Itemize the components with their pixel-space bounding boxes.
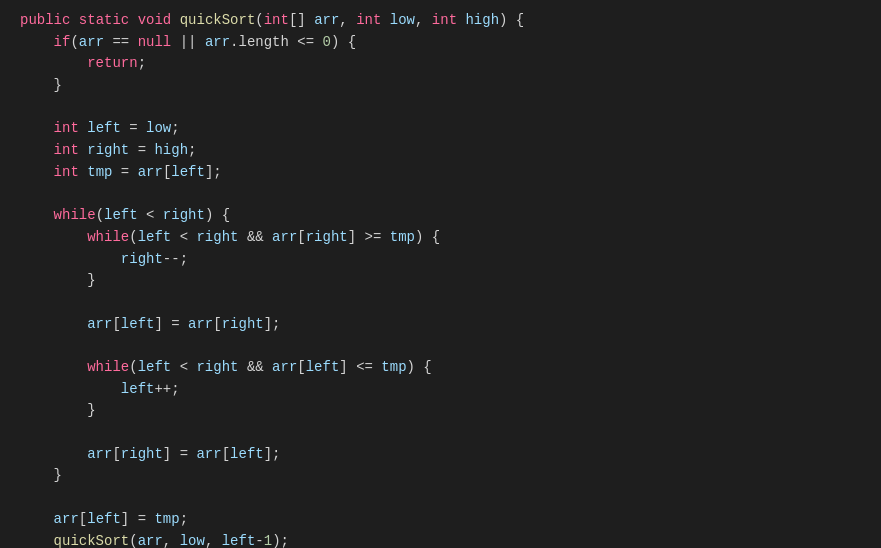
code-editor: public static void quickSort(int[] arr, … [0,0,881,548]
code-line-22: } [20,465,861,487]
code-line-15: arr[left] = arr[right]; [20,314,861,336]
code-line-24: arr[left] = tmp; [20,509,861,531]
code-line-10: while(left < right) { [20,205,861,227]
code-line-6: int left = low; [20,118,861,140]
code-line-18: left++; [20,379,861,401]
code-line-20 [20,422,861,444]
code-line-12: right--; [20,249,861,271]
code-line-3: return; [20,53,861,75]
code-line-5 [20,97,861,119]
code-line-25: quickSort(arr, low, left-1); [20,531,861,549]
code-line-16 [20,335,861,357]
code-line-8: int tmp = arr[left]; [20,162,861,184]
code-line-4: } [20,75,861,97]
code-line-17: while(left < right && arr[left] <= tmp) … [20,357,861,379]
code-line-19: } [20,400,861,422]
code-line-2: if(arr == null || arr.length <= 0) { [20,32,861,54]
code-line-11: while(left < right && arr[right] >= tmp)… [20,227,861,249]
code-line-23 [20,487,861,509]
code-line-7: int right = high; [20,140,861,162]
code-line-9 [20,184,861,206]
code-line-13: } [20,270,861,292]
code-line-14 [20,292,861,314]
code-line-1: public static void quickSort(int[] arr, … [20,10,861,32]
code-line-21: arr[right] = arr[left]; [20,444,861,466]
